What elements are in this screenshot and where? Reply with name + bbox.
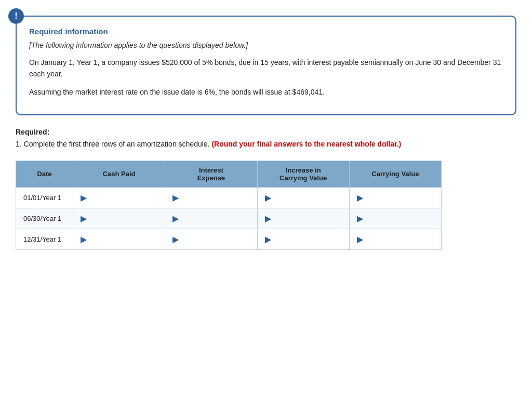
arrow-icon-1c: ▶ — [265, 193, 271, 203]
interest-expense-input-3[interactable] — [181, 235, 249, 243]
increase-carrying-cell-2[interactable]: ▶ — [257, 208, 349, 229]
arrow-icon-2b: ▶ — [172, 214, 179, 223]
info-box-title: Required information — [29, 27, 503, 36]
info-paragraph-2: Assuming the market interest rate on the… — [29, 86, 503, 98]
table-header-row: Date Cash Paid InterestExpense Increase … — [16, 161, 442, 187]
cash-paid-input-3[interactable] — [89, 235, 157, 243]
table-row: 12/31/Year 1 ▶ ▶ ▶ — [16, 229, 442, 249]
increase-carrying-cell-1[interactable]: ▶ — [257, 187, 349, 208]
exclamation-icon: ! — [8, 8, 24, 24]
required-text: 1. Complete the first three rows of an a… — [16, 138, 516, 150]
date-cell-3: 12/31/Year 1 — [16, 229, 73, 249]
arrow-icon-1a: ▶ — [81, 193, 87, 203]
interest-expense-cell-2[interactable]: ▶ — [165, 208, 257, 229]
carrying-value-cell-3[interactable]: ▶ — [349, 229, 441, 249]
carrying-value-input-1[interactable] — [365, 194, 434, 202]
arrow-icon-3d: ▶ — [357, 234, 363, 244]
arrow-icon-1d: ▶ — [357, 193, 363, 203]
cash-paid-cell-3[interactable]: ▶ — [73, 229, 165, 249]
amortization-table-container: Date Cash Paid InterestExpense Increase … — [16, 161, 516, 250]
increase-carrying-input-3[interactable] — [273, 235, 342, 243]
col-header-date: Date — [16, 161, 73, 187]
cash-paid-cell-1[interactable]: ▶ — [73, 187, 165, 208]
date-cell-1: 01/01/Year 1 — [16, 187, 73, 208]
col-header-carrying-value: Carrying Value — [349, 161, 441, 187]
info-box: ! Required information [The following in… — [16, 16, 516, 115]
info-box-subtitle: [The following information applies to th… — [29, 41, 503, 49]
carrying-value-cell-2[interactable]: ▶ — [349, 208, 441, 229]
carrying-value-input-3[interactable] — [365, 235, 434, 243]
date-cell-2: 06/30/Year 1 — [16, 208, 73, 229]
col-header-increase-carrying: Increase inCarrying Value — [257, 161, 349, 187]
info-paragraph-1: On January 1, Year 1, a company issues $… — [29, 57, 503, 80]
required-section: Required: 1. Complete the first three ro… — [16, 128, 516, 150]
info-box-body: On January 1, Year 1, a company issues $… — [29, 57, 503, 98]
interest-expense-cell-3[interactable]: ▶ — [165, 229, 257, 249]
carrying-value-cell-1[interactable]: ▶ — [349, 187, 441, 208]
table-row: 06/30/Year 1 ▶ ▶ ▶ — [16, 208, 442, 229]
carrying-value-input-2[interactable] — [365, 215, 434, 222]
arrow-icon-3a: ▶ — [81, 234, 87, 244]
table-row: 01/01/Year 1 ▶ ▶ ▶ — [16, 187, 442, 208]
instruction-red: (Round your final answers to the nearest… — [211, 140, 401, 148]
cash-paid-cell-2[interactable]: ▶ — [73, 208, 165, 229]
col-header-interest-expense: InterestExpense — [165, 161, 257, 187]
arrow-icon-3b: ▶ — [172, 234, 179, 244]
arrow-icon-3c: ▶ — [265, 234, 271, 244]
arrow-icon-2a: ▶ — [81, 214, 87, 223]
amortization-table: Date Cash Paid InterestExpense Increase … — [16, 161, 442, 250]
cash-paid-input-2[interactable] — [89, 215, 157, 222]
increase-carrying-input-2[interactable] — [273, 215, 342, 222]
required-label: Required: — [16, 128, 516, 136]
col-header-cash-paid: Cash Paid — [73, 161, 165, 187]
instruction-plain: 1. Complete the first three rows of an a… — [16, 140, 210, 148]
cash-paid-input-1[interactable] — [89, 194, 157, 202]
arrow-icon-2d: ▶ — [357, 214, 363, 223]
interest-expense-input-2[interactable] — [181, 215, 249, 222]
increase-carrying-input-1[interactable] — [273, 194, 342, 202]
arrow-icon-2c: ▶ — [265, 214, 271, 223]
increase-carrying-cell-3[interactable]: ▶ — [257, 229, 349, 249]
interest-expense-cell-1[interactable]: ▶ — [165, 187, 257, 208]
arrow-icon-1b: ▶ — [172, 193, 179, 203]
interest-expense-input-1[interactable] — [181, 194, 249, 202]
